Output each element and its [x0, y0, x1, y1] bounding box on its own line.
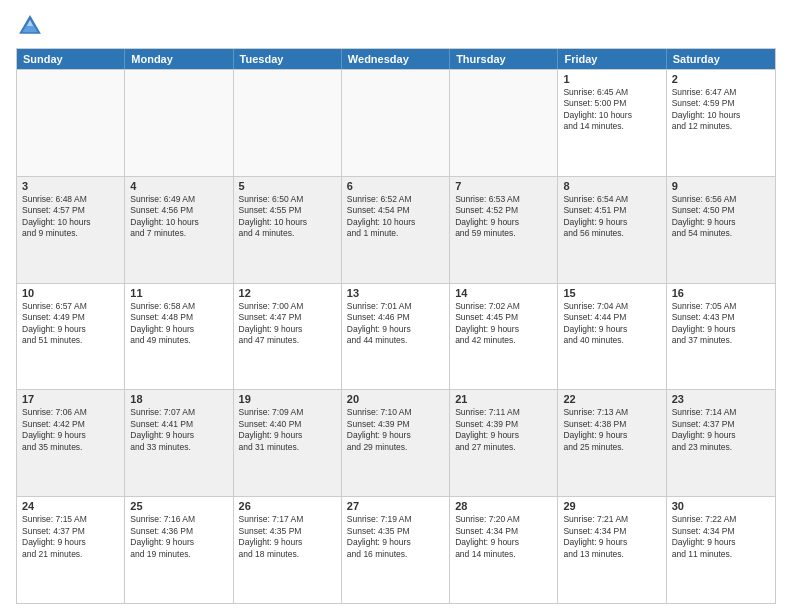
day-number: 22: [563, 393, 660, 405]
day-cell-24: 24Sunrise: 7:15 AM Sunset: 4:37 PM Dayli…: [17, 497, 125, 603]
logo-icon: [16, 12, 44, 40]
day-info: Sunrise: 7:09 AM Sunset: 4:40 PM Dayligh…: [239, 407, 336, 453]
day-cell-23: 23Sunrise: 7:14 AM Sunset: 4:37 PM Dayli…: [667, 390, 775, 496]
day-number: 6: [347, 180, 444, 192]
day-info: Sunrise: 7:20 AM Sunset: 4:34 PM Dayligh…: [455, 514, 552, 560]
day-cell-2: 2Sunrise: 6:47 AM Sunset: 4:59 PM Daylig…: [667, 70, 775, 176]
day-cell-9: 9Sunrise: 6:56 AM Sunset: 4:50 PM Daylig…: [667, 177, 775, 283]
header: [16, 12, 776, 40]
empty-cell-0-3: [342, 70, 450, 176]
day-number: 4: [130, 180, 227, 192]
day-info: Sunrise: 7:02 AM Sunset: 4:45 PM Dayligh…: [455, 301, 552, 347]
day-info: Sunrise: 7:14 AM Sunset: 4:37 PM Dayligh…: [672, 407, 770, 453]
day-info: Sunrise: 7:11 AM Sunset: 4:39 PM Dayligh…: [455, 407, 552, 453]
day-cell-16: 16Sunrise: 7:05 AM Sunset: 4:43 PM Dayli…: [667, 284, 775, 390]
day-cell-6: 6Sunrise: 6:52 AM Sunset: 4:54 PM Daylig…: [342, 177, 450, 283]
page: SundayMondayTuesdayWednesdayThursdayFrid…: [0, 0, 792, 612]
calendar-row-4: 24Sunrise: 7:15 AM Sunset: 4:37 PM Dayli…: [17, 496, 775, 603]
day-number: 12: [239, 287, 336, 299]
day-cell-12: 12Sunrise: 7:00 AM Sunset: 4:47 PM Dayli…: [234, 284, 342, 390]
day-cell-15: 15Sunrise: 7:04 AM Sunset: 4:44 PM Dayli…: [558, 284, 666, 390]
day-number: 10: [22, 287, 119, 299]
calendar-row-3: 17Sunrise: 7:06 AM Sunset: 4:42 PM Dayli…: [17, 389, 775, 496]
day-cell-29: 29Sunrise: 7:21 AM Sunset: 4:34 PM Dayli…: [558, 497, 666, 603]
day-info: Sunrise: 7:05 AM Sunset: 4:43 PM Dayligh…: [672, 301, 770, 347]
day-number: 8: [563, 180, 660, 192]
day-info: Sunrise: 6:57 AM Sunset: 4:49 PM Dayligh…: [22, 301, 119, 347]
day-cell-18: 18Sunrise: 7:07 AM Sunset: 4:41 PM Dayli…: [125, 390, 233, 496]
weekday-header-sunday: Sunday: [17, 49, 125, 69]
day-number: 23: [672, 393, 770, 405]
day-cell-25: 25Sunrise: 7:16 AM Sunset: 4:36 PM Dayli…: [125, 497, 233, 603]
day-number: 19: [239, 393, 336, 405]
day-info: Sunrise: 6:47 AM Sunset: 4:59 PM Dayligh…: [672, 87, 770, 133]
day-cell-1: 1Sunrise: 6:45 AM Sunset: 5:00 PM Daylig…: [558, 70, 666, 176]
day-number: 13: [347, 287, 444, 299]
day-number: 9: [672, 180, 770, 192]
day-cell-19: 19Sunrise: 7:09 AM Sunset: 4:40 PM Dayli…: [234, 390, 342, 496]
day-info: Sunrise: 7:13 AM Sunset: 4:38 PM Dayligh…: [563, 407, 660, 453]
day-cell-5: 5Sunrise: 6:50 AM Sunset: 4:55 PM Daylig…: [234, 177, 342, 283]
day-info: Sunrise: 6:52 AM Sunset: 4:54 PM Dayligh…: [347, 194, 444, 240]
day-info: Sunrise: 7:22 AM Sunset: 4:34 PM Dayligh…: [672, 514, 770, 560]
day-cell-7: 7Sunrise: 6:53 AM Sunset: 4:52 PM Daylig…: [450, 177, 558, 283]
day-number: 16: [672, 287, 770, 299]
day-info: Sunrise: 7:16 AM Sunset: 4:36 PM Dayligh…: [130, 514, 227, 560]
day-info: Sunrise: 6:50 AM Sunset: 4:55 PM Dayligh…: [239, 194, 336, 240]
day-info: Sunrise: 7:17 AM Sunset: 4:35 PM Dayligh…: [239, 514, 336, 560]
day-info: Sunrise: 7:07 AM Sunset: 4:41 PM Dayligh…: [130, 407, 227, 453]
day-info: Sunrise: 7:04 AM Sunset: 4:44 PM Dayligh…: [563, 301, 660, 347]
day-number: 2: [672, 73, 770, 85]
day-cell-26: 26Sunrise: 7:17 AM Sunset: 4:35 PM Dayli…: [234, 497, 342, 603]
day-cell-14: 14Sunrise: 7:02 AM Sunset: 4:45 PM Dayli…: [450, 284, 558, 390]
day-info: Sunrise: 6:49 AM Sunset: 4:56 PM Dayligh…: [130, 194, 227, 240]
day-info: Sunrise: 7:06 AM Sunset: 4:42 PM Dayligh…: [22, 407, 119, 453]
day-cell-4: 4Sunrise: 6:49 AM Sunset: 4:56 PM Daylig…: [125, 177, 233, 283]
empty-cell-0-1: [125, 70, 233, 176]
day-info: Sunrise: 7:19 AM Sunset: 4:35 PM Dayligh…: [347, 514, 444, 560]
day-number: 28: [455, 500, 552, 512]
day-number: 5: [239, 180, 336, 192]
day-number: 29: [563, 500, 660, 512]
weekday-header-saturday: Saturday: [667, 49, 775, 69]
day-cell-30: 30Sunrise: 7:22 AM Sunset: 4:34 PM Dayli…: [667, 497, 775, 603]
day-number: 30: [672, 500, 770, 512]
day-cell-22: 22Sunrise: 7:13 AM Sunset: 4:38 PM Dayli…: [558, 390, 666, 496]
calendar: SundayMondayTuesdayWednesdayThursdayFrid…: [16, 48, 776, 604]
day-info: Sunrise: 6:56 AM Sunset: 4:50 PM Dayligh…: [672, 194, 770, 240]
day-number: 1: [563, 73, 660, 85]
empty-cell-0-4: [450, 70, 558, 176]
day-number: 24: [22, 500, 119, 512]
day-info: Sunrise: 7:00 AM Sunset: 4:47 PM Dayligh…: [239, 301, 336, 347]
logo: [16, 12, 48, 40]
day-cell-20: 20Sunrise: 7:10 AM Sunset: 4:39 PM Dayli…: [342, 390, 450, 496]
day-info: Sunrise: 6:48 AM Sunset: 4:57 PM Dayligh…: [22, 194, 119, 240]
day-number: 14: [455, 287, 552, 299]
calendar-row-2: 10Sunrise: 6:57 AM Sunset: 4:49 PM Dayli…: [17, 283, 775, 390]
day-cell-13: 13Sunrise: 7:01 AM Sunset: 4:46 PM Dayli…: [342, 284, 450, 390]
day-cell-17: 17Sunrise: 7:06 AM Sunset: 4:42 PM Dayli…: [17, 390, 125, 496]
weekday-header-thursday: Thursday: [450, 49, 558, 69]
weekday-header-friday: Friday: [558, 49, 666, 69]
day-number: 25: [130, 500, 227, 512]
weekday-header-wednesday: Wednesday: [342, 49, 450, 69]
empty-cell-0-2: [234, 70, 342, 176]
day-info: Sunrise: 6:54 AM Sunset: 4:51 PM Dayligh…: [563, 194, 660, 240]
day-number: 20: [347, 393, 444, 405]
day-number: 21: [455, 393, 552, 405]
weekday-header-monday: Monday: [125, 49, 233, 69]
day-info: Sunrise: 6:45 AM Sunset: 5:00 PM Dayligh…: [563, 87, 660, 133]
day-number: 3: [22, 180, 119, 192]
day-number: 26: [239, 500, 336, 512]
day-cell-8: 8Sunrise: 6:54 AM Sunset: 4:51 PM Daylig…: [558, 177, 666, 283]
empty-cell-0-0: [17, 70, 125, 176]
day-cell-11: 11Sunrise: 6:58 AM Sunset: 4:48 PM Dayli…: [125, 284, 233, 390]
day-number: 7: [455, 180, 552, 192]
day-cell-27: 27Sunrise: 7:19 AM Sunset: 4:35 PM Dayli…: [342, 497, 450, 603]
day-number: 15: [563, 287, 660, 299]
calendar-header: SundayMondayTuesdayWednesdayThursdayFrid…: [17, 49, 775, 69]
day-cell-3: 3Sunrise: 6:48 AM Sunset: 4:57 PM Daylig…: [17, 177, 125, 283]
calendar-body: 1Sunrise: 6:45 AM Sunset: 5:00 PM Daylig…: [17, 69, 775, 603]
day-cell-10: 10Sunrise: 6:57 AM Sunset: 4:49 PM Dayli…: [17, 284, 125, 390]
day-number: 18: [130, 393, 227, 405]
